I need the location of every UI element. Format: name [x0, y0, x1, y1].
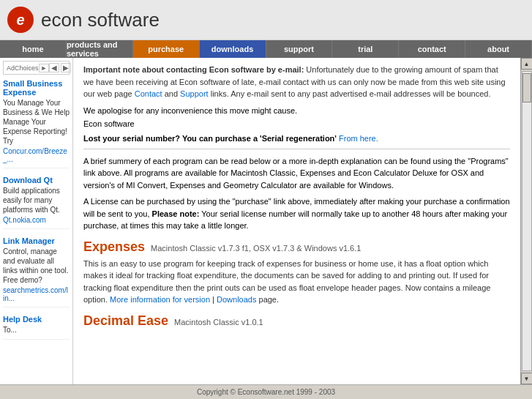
brief-summary: A brief summery of each program can be r…: [83, 155, 510, 192]
main-nav: home products and services purchase down…: [0, 40, 532, 58]
scrollbar: ▲ ▼: [520, 58, 532, 384]
main-content: Important note about contacting Econ sof…: [73, 58, 520, 384]
sidebar: AdChoices ► ◀ ▶ Small Business Expense Y…: [0, 58, 73, 384]
nav-contact[interactable]: contact: [399, 40, 465, 58]
site-title: econ software: [41, 9, 160, 31]
sidebar-ad-1-text: Build applications easily for many platf…: [3, 186, 70, 215]
expenses-link1[interactable]: More information for version: [110, 295, 210, 304]
serial-text: Lost your serial number? You can purchas…: [83, 134, 339, 143]
nav-trial[interactable]: trial: [332, 40, 399, 58]
important-note-bold: Important note about contacting Econ sof…: [83, 65, 304, 74]
sidebar-ad-1: Download Qt Build applications easily fo…: [3, 176, 70, 229]
scroll-thumb[interactable]: [522, 73, 531, 102]
apology-text: We apologise for any inconvenience this …: [83, 106, 510, 115]
expenses-sep: |: [210, 295, 217, 304]
sidebar-ad-0-title[interactable]: Small Business Expense: [3, 79, 70, 97]
logo-icon: e: [7, 7, 34, 33]
sidebar-ad-3-title[interactable]: Help Desk: [3, 315, 70, 324]
nav-downloads[interactable]: downloads: [200, 40, 266, 58]
nav-products[interactable]: products and services: [67, 40, 133, 58]
sidebar-ad-2-title[interactable]: Link Manager: [3, 236, 70, 245]
ad-prev-btn[interactable]: ◀: [49, 63, 59, 72]
product-expenses-heading: Expenses Macintosh Classic v1.7.3 f1, OS…: [83, 239, 510, 255]
expenses-link2[interactable]: Downloads: [217, 295, 256, 304]
nav-about[interactable]: about: [465, 40, 532, 58]
contact-link[interactable]: Contact: [135, 89, 162, 98]
divider: [83, 149, 510, 149]
scroll-up-btn[interactable]: ▲: [521, 58, 533, 70]
serial-link[interactable]: From here.: [339, 134, 378, 143]
nav-support[interactable]: support: [266, 40, 333, 58]
sidebar-ad-3: Help Desk To...: [3, 315, 70, 340]
product-expenses-title: Expenses: [83, 239, 145, 255]
and-text: and: [162, 89, 180, 98]
nav-purchase[interactable]: purchase: [133, 40, 200, 58]
sidebar-ad-3-text: To...: [3, 325, 70, 335]
ad-choices-label: AdChoices: [7, 64, 39, 72]
product-expenses-subtitle: Macintosh Classic v1.7.3 f1, OSX v1.7.3 …: [151, 244, 361, 253]
main-layout: AdChoices ► ◀ ▶ Small Business Expense Y…: [0, 58, 532, 384]
important-note-end: links. Any e-mail sent to any past adver…: [209, 89, 491, 98]
nav-home[interactable]: home: [0, 40, 67, 58]
purchase-note-bold: Please note:: [152, 209, 200, 218]
footer: Copyright © Econsoftware.net 1999 - 2003: [0, 384, 532, 399]
sidebar-ad-0: Small Business Expense You Manage Your B…: [3, 79, 70, 168]
product-decimal-title: Decimal Ease: [83, 313, 168, 329]
product-decimal-subtitle: Macintosh Classic v1.0.1: [174, 318, 263, 327]
purchase-note: A License can be purchased by using the …: [83, 195, 510, 232]
support-link[interactable]: Support: [180, 89, 209, 98]
expenses-desc-end: page.: [256, 295, 279, 304]
product-decimal-heading: Decimal Ease Macintosh Classic v1.0.1: [83, 313, 510, 329]
scroll-down-btn[interactable]: ▼: [521, 373, 533, 384]
serial-line: Lost your serial number? You can purchas…: [83, 134, 510, 143]
sidebar-ad-0-link[interactable]: Concur.com/Breeze_...: [3, 147, 70, 163]
important-note: Important note about contacting Econ sof…: [83, 64, 510, 100]
sidebar-ad-1-link[interactable]: Qt.nokia.com: [3, 216, 70, 224]
header: e econ software: [0, 0, 532, 40]
sidebar-ad-2: Link Manager Control, manage and evaluat…: [3, 236, 70, 307]
ad-choices-nav: ◀ ▶: [49, 63, 71, 72]
scroll-track[interactable]: [522, 71, 532, 371]
sidebar-ad-0-text: You Manage Your Business & We Help Manag…: [3, 98, 70, 146]
sidebar-ad-2-link[interactable]: searchmetrics.com/lin...: [3, 286, 70, 302]
ad-next-btn[interactable]: ▶: [61, 63, 71, 72]
sidebar-ad-2-text: Control, manage and evaluate all links w…: [3, 247, 70, 285]
product-expenses-desc: This is an easy to use program for keepi…: [83, 258, 510, 306]
footer-text: Copyright © Econsoftware.net 1999 - 2003: [197, 388, 335, 396]
econ-sig: Econ software: [83, 119, 510, 128]
sidebar-ad-1-title[interactable]: Download Qt: [3, 176, 70, 184]
ad-choices-bar: AdChoices ► ◀ ▶: [3, 61, 70, 75]
ad-choices-icon: ►: [39, 64, 50, 72]
